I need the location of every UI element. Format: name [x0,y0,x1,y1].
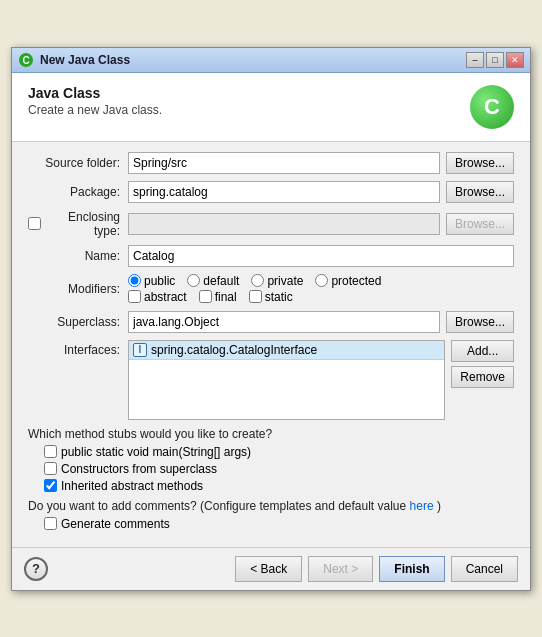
modifier-static-checkbox[interactable] [249,290,262,303]
source-folder-row: Source folder: Browse... [28,152,514,174]
modifier-protected-radio[interactable] [315,274,328,287]
superclass-browse-button[interactable]: Browse... [446,311,514,333]
comments-checks: Generate comments [44,517,514,531]
modifiers-label: Modifiers: [28,282,128,296]
dialog-window: C New Java Class – □ ✕ Java Class Create… [11,47,531,591]
package-row: Package: Browse... [28,181,514,203]
interfaces-box: I spring.catalog.CatalogInterface [128,340,445,420]
superclass-input[interactable] [128,311,440,333]
dialog-subtitle: Create a new Java class. [28,103,162,117]
name-input[interactable] [128,245,514,267]
cancel-button[interactable]: Cancel [451,556,518,582]
enclosing-type-browse-button[interactable]: Browse... [446,213,514,235]
source-folder-input[interactable] [128,152,440,174]
enclosing-type-row: Enclosing type: Browse... [28,210,514,238]
stub-constructors[interactable]: Constructors from superclass [44,462,514,476]
modifier-default[interactable]: default [187,274,239,288]
generate-comments-checkbox[interactable] [44,517,57,530]
stub-constructors-checkbox[interactable] [44,462,57,475]
finish-button[interactable]: Finish [379,556,444,582]
generate-comments-option[interactable]: Generate comments [44,517,514,531]
comments-section: Do you want to add comments? (Configure … [28,499,514,531]
minimize-button[interactable]: – [466,52,484,68]
titlebar-controls: – □ ✕ [466,52,524,68]
stub-inherited-checkbox[interactable] [44,479,57,492]
dialog-title: Java Class [28,85,162,101]
help-button[interactable]: ? [24,557,48,581]
modifier-private[interactable]: private [251,274,303,288]
interfaces-remove-button[interactable]: Remove [451,366,514,388]
enclosing-type-label: Enclosing type: [28,210,128,238]
package-label: Package: [28,185,128,199]
footer-right: < Back Next > Finish Cancel [235,556,518,582]
interfaces-label: Interfaces: [28,340,128,357]
stub-main[interactable]: public static void main(String[] args) [44,445,514,459]
svg-text:C: C [22,55,29,66]
interfaces-add-button[interactable]: Add... [451,340,514,362]
source-folder-label: Source folder: [28,156,128,170]
enclosing-type-checkbox[interactable] [28,217,41,230]
header-logo: C [470,85,514,129]
modifier-final-checkbox[interactable] [199,290,212,303]
modifier-default-radio[interactable] [187,274,200,287]
dialog-footer: ? < Back Next > Finish Cancel [12,547,530,590]
stub-inherited[interactable]: Inherited abstract methods [44,479,514,493]
modifier-abstract-checkbox[interactable] [128,290,141,303]
back-button[interactable]: < Back [235,556,302,582]
stub-main-checkbox[interactable] [44,445,57,458]
modifiers-options: public default private protected [128,274,381,304]
interface-name: spring.catalog.CatalogInterface [151,343,317,357]
dialog-header: Java Class Create a new Java class. C [12,73,530,142]
enclosing-type-input[interactable] [128,213,440,235]
modifier-protected[interactable]: protected [315,274,381,288]
modifiers-row: Modifiers: public default private [28,274,514,304]
footer-left: ? [24,557,48,581]
source-folder-browse-button[interactable]: Browse... [446,152,514,174]
next-button[interactable]: Next > [308,556,373,582]
interfaces-section: Interfaces: I spring.catalog.CatalogInte… [28,340,514,420]
comments-question: Do you want to add comments? (Configure … [28,499,514,513]
modifiers-check-row: abstract final static [128,290,381,304]
superclass-label: Superclass: [28,315,128,329]
name-label: Name: [28,249,128,263]
modifiers-radio-row: public default private protected [128,274,381,288]
titlebar: C New Java Class – □ ✕ [12,48,530,73]
name-row: Name: [28,245,514,267]
interfaces-buttons: Add... Remove [451,340,514,388]
close-button[interactable]: ✕ [506,52,524,68]
list-item[interactable]: I spring.catalog.CatalogInterface [129,341,444,360]
titlebar-title: New Java Class [40,53,460,67]
form-content: Source folder: Browse... Package: Browse… [12,142,530,547]
modifier-public[interactable]: public [128,274,175,288]
stubs-checks: public static void main(String[] args) C… [44,445,514,493]
stubs-question: Which method stubs would you like to cre… [28,427,514,441]
modifier-static[interactable]: static [249,290,293,304]
modifier-abstract[interactable]: abstract [128,290,187,304]
superclass-row: Superclass: Browse... [28,311,514,333]
modifier-final[interactable]: final [199,290,237,304]
package-input[interactable] [128,181,440,203]
stubs-section: Which method stubs would you like to cre… [28,427,514,493]
package-browse-button[interactable]: Browse... [446,181,514,203]
modifier-private-radio[interactable] [251,274,264,287]
titlebar-icon: C [18,52,34,68]
modifier-public-radio[interactable] [128,274,141,287]
header-text: Java Class Create a new Java class. [28,85,162,117]
comments-configure-link[interactable]: here [410,499,434,513]
interface-icon: I [133,343,147,357]
maximize-button[interactable]: □ [486,52,504,68]
